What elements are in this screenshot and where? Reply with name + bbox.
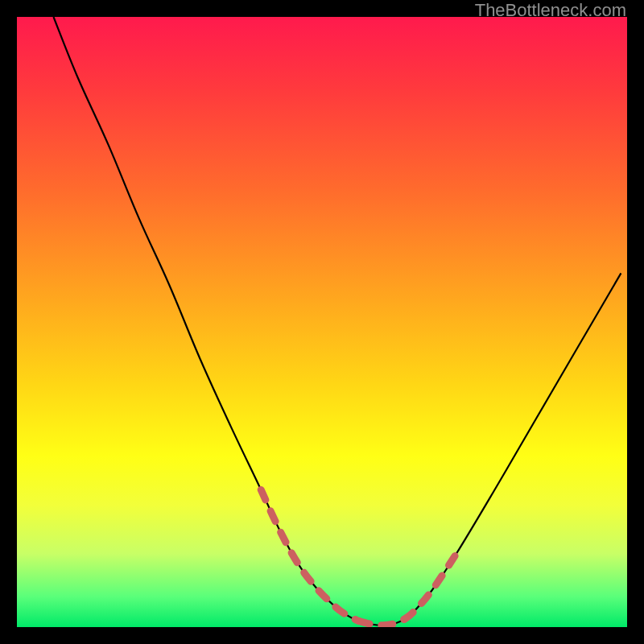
chart-frame (17, 17, 627, 627)
curve-main (53, 17, 621, 625)
curve-dashed-overlay (404, 554, 456, 619)
chart-svg (17, 17, 627, 627)
curve-dashed-overlay (261, 489, 358, 621)
chart-lines (53, 17, 621, 625)
